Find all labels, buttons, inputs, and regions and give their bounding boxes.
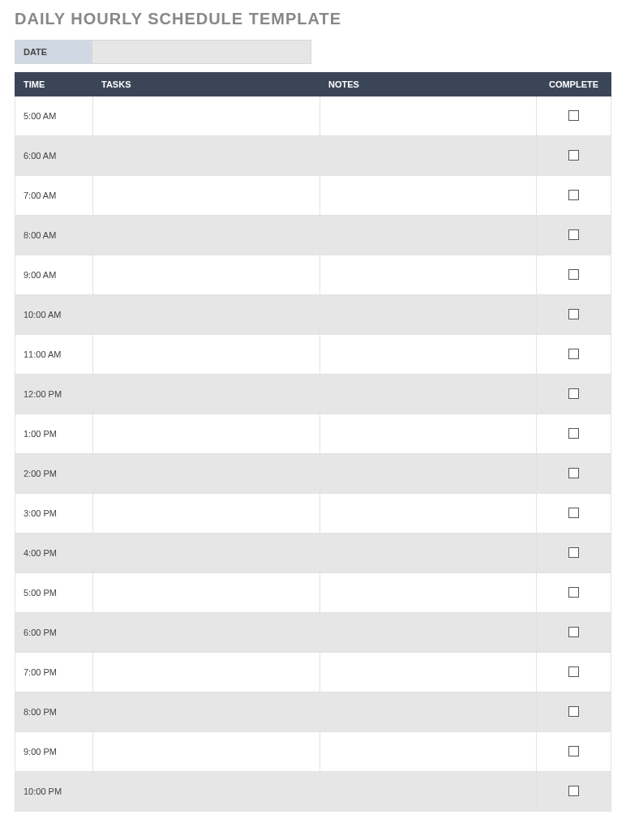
cell-notes[interactable] xyxy=(320,136,537,176)
cell-notes[interactable] xyxy=(320,375,537,414)
complete-checkbox[interactable] xyxy=(568,150,579,161)
table-row: 8:00 PM xyxy=(15,692,611,732)
cell-time: 5:00 PM xyxy=(15,573,93,613)
cell-tasks[interactable] xyxy=(93,414,320,454)
cell-notes[interactable] xyxy=(320,335,537,375)
complete-checkbox[interactable] xyxy=(568,468,579,478)
complete-checkbox[interactable] xyxy=(568,587,579,598)
cell-tasks[interactable] xyxy=(93,732,320,772)
cell-time: 4:00 PM xyxy=(15,534,93,573)
cell-time: 7:00 AM xyxy=(15,176,93,216)
cell-notes[interactable] xyxy=(320,613,537,653)
complete-checkbox[interactable] xyxy=(568,786,579,796)
cell-complete xyxy=(537,732,611,772)
cell-notes[interactable] xyxy=(320,534,537,573)
complete-checkbox[interactable] xyxy=(568,428,579,439)
complete-checkbox[interactable] xyxy=(568,110,579,121)
cell-tasks[interactable] xyxy=(93,335,320,375)
cell-notes[interactable] xyxy=(320,414,537,454)
table-row: 8:00 AM xyxy=(15,216,611,255)
cell-notes[interactable] xyxy=(320,692,537,732)
complete-checkbox[interactable] xyxy=(568,547,579,558)
cell-notes[interactable] xyxy=(320,216,537,255)
cell-time: 5:00 AM xyxy=(15,96,93,136)
cell-time: 3:00 PM xyxy=(15,494,93,534)
page-title: DAILY HOURLY SCHEDULE TEMPLATE xyxy=(15,10,611,28)
cell-tasks[interactable] xyxy=(93,692,320,732)
cell-complete xyxy=(537,613,611,653)
cell-tasks[interactable] xyxy=(93,772,320,812)
cell-tasks[interactable] xyxy=(93,176,320,216)
cell-complete xyxy=(537,653,611,692)
cell-notes[interactable] xyxy=(320,573,537,613)
table-row: 10:00 PM xyxy=(15,772,611,812)
cell-notes[interactable] xyxy=(320,653,537,692)
complete-checkbox[interactable] xyxy=(568,388,579,399)
cell-notes[interactable] xyxy=(320,96,537,136)
cell-complete xyxy=(537,534,611,573)
table-row: 7:00 PM xyxy=(15,653,611,692)
cell-tasks[interactable] xyxy=(93,96,320,136)
cell-tasks[interactable] xyxy=(93,653,320,692)
cell-complete xyxy=(537,255,611,295)
complete-checkbox[interactable] xyxy=(568,746,579,756)
cell-complete xyxy=(537,414,611,454)
complete-checkbox[interactable] xyxy=(568,706,579,717)
table-row: 5:00 AM xyxy=(15,96,611,136)
complete-checkbox[interactable] xyxy=(568,269,579,280)
cell-complete xyxy=(537,375,611,414)
cell-time: 7:00 PM xyxy=(15,653,93,692)
cell-complete xyxy=(537,335,611,375)
date-row: DATE xyxy=(15,40,611,64)
cell-tasks[interactable] xyxy=(93,454,320,494)
date-label: DATE xyxy=(15,40,92,64)
cell-tasks[interactable] xyxy=(93,375,320,414)
complete-checkbox[interactable] xyxy=(568,190,579,200)
header-tasks: TASKS xyxy=(93,73,320,96)
cell-time: 8:00 PM xyxy=(15,692,93,732)
cell-time: 11:00 AM xyxy=(15,335,93,375)
cell-tasks[interactable] xyxy=(93,255,320,295)
cell-notes[interactable] xyxy=(320,255,537,295)
cell-complete xyxy=(537,136,611,176)
complete-checkbox[interactable] xyxy=(568,627,579,637)
date-input[interactable] xyxy=(92,40,311,64)
cell-notes[interactable] xyxy=(320,772,537,812)
table-row: 9:00 PM xyxy=(15,732,611,772)
table-row: 5:00 PM xyxy=(15,573,611,613)
complete-checkbox[interactable] xyxy=(568,229,579,240)
cell-complete xyxy=(537,96,611,136)
cell-tasks[interactable] xyxy=(93,216,320,255)
table-row: 1:00 PM xyxy=(15,414,611,454)
header-complete: COMPLETE xyxy=(537,73,611,96)
cell-time: 9:00 PM xyxy=(15,732,93,772)
cell-notes[interactable] xyxy=(320,176,537,216)
cell-tasks[interactable] xyxy=(93,494,320,534)
cell-notes[interactable] xyxy=(320,732,537,772)
cell-tasks[interactable] xyxy=(93,295,320,335)
complete-checkbox[interactable] xyxy=(568,508,579,518)
cell-tasks[interactable] xyxy=(93,613,320,653)
schedule-table: TIME TASKS NOTES COMPLETE 5:00 AM6:00 AM… xyxy=(15,72,611,812)
cell-notes[interactable] xyxy=(320,295,537,335)
complete-checkbox[interactable] xyxy=(568,666,579,677)
cell-complete xyxy=(537,692,611,732)
header-time: TIME xyxy=(15,73,93,96)
table-row: 3:00 PM xyxy=(15,494,611,534)
cell-time: 12:00 PM xyxy=(15,375,93,414)
complete-checkbox[interactable] xyxy=(568,349,579,359)
cell-complete xyxy=(537,216,611,255)
table-row: 10:00 AM xyxy=(15,295,611,335)
cell-notes[interactable] xyxy=(320,454,537,494)
table-row: 6:00 PM xyxy=(15,613,611,653)
table-row: 11:00 AM xyxy=(15,335,611,375)
header-row: TIME TASKS NOTES COMPLETE xyxy=(15,73,611,96)
cell-tasks[interactable] xyxy=(93,136,320,176)
cell-tasks[interactable] xyxy=(93,573,320,613)
cell-time: 10:00 AM xyxy=(15,295,93,335)
cell-tasks[interactable] xyxy=(93,534,320,573)
header-notes: NOTES xyxy=(320,73,537,96)
cell-notes[interactable] xyxy=(320,494,537,534)
cell-complete xyxy=(537,454,611,494)
complete-checkbox[interactable] xyxy=(568,309,579,319)
